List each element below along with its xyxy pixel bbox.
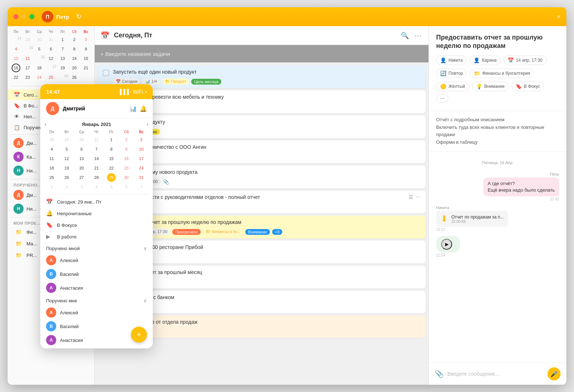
cal-day[interactable]: 14 (70, 54, 79, 63)
cal-day[interactable]: 22 (12, 73, 20, 82)
phone-cal-day[interactable]: 22 (107, 164, 116, 172)
phone-cal-day[interactable]: 17 (137, 154, 145, 163)
maximize-button[interactable] (29, 14, 34, 19)
phone-cal-day[interactable]: 27 (77, 173, 86, 182)
prev-month-button[interactable]: ‹ (45, 121, 46, 127)
phone-cal-day[interactable]: 14 (92, 154, 101, 163)
cal-day[interactable]: 6 (46, 45, 55, 53)
close-button[interactable] (13, 14, 19, 19)
cal-day[interactable]: 24 (35, 73, 44, 82)
cal-day[interactable]: 13 (58, 54, 67, 63)
phone-cal-day[interactable]: 4 (92, 183, 101, 191)
phone-cal-day[interactable]: 6 (122, 183, 131, 191)
phone-person-anastasia[interactable]: А Анастасия (40, 281, 153, 295)
phone-cal-day[interactable]: 12 (62, 154, 71, 163)
search-button[interactable]: 🔍 (399, 30, 410, 41)
cal-day[interactable]: 19 (58, 64, 67, 72)
cal-day[interactable]: 31 (46, 35, 55, 44)
task-input-bar[interactable] (95, 45, 429, 62)
phone-cal-day[interactable]: 3 (137, 135, 145, 144)
phone-cal-day[interactable]: 19 (62, 164, 71, 172)
detail-tag-more[interactable]: ⋯ (436, 94, 448, 103)
phone-cal-day-selected[interactable]: 29 (107, 173, 116, 182)
cal-day[interactable]: 5 (35, 45, 44, 53)
more-button[interactable]: ⋯ (413, 30, 423, 41)
phone-cal-day[interactable]: 4 (48, 145, 56, 154)
phone-cal-day[interactable]: 5 (62, 145, 71, 154)
detail-tag-repeat[interactable]: 🔄 Повтор (436, 69, 467, 78)
phone-cal-day[interactable]: 30 (77, 135, 86, 144)
phone-cal-day[interactable]: 1 (48, 183, 56, 191)
send-button[interactable]: 🎤 (548, 367, 561, 380)
phone-fab-button[interactable]: + (131, 327, 147, 343)
next-month-button[interactable]: › (147, 121, 148, 127)
phone-cal-day[interactable]: 7 (92, 145, 101, 154)
cal-day[interactable]: 9 (82, 45, 90, 53)
phone-cal-day[interactable]: 6 (77, 145, 86, 154)
phone-cal-day[interactable]: 24 (137, 164, 145, 172)
task-input[interactable] (101, 51, 423, 57)
cal-day[interactable]: 7 (58, 45, 67, 53)
phone-menu-item-focus[interactable]: 🔖 В Фокусе (40, 219, 153, 231)
phone-cal-day[interactable]: 31 (137, 173, 145, 182)
phone-cal-day[interactable]: 2 (62, 183, 71, 191)
cal-day[interactable]: 29 (23, 35, 32, 44)
phone-cal-day[interactable]: 16 (122, 154, 131, 163)
phone-cal-day[interactable]: 5 (107, 183, 116, 191)
phone-cal-day[interactable]: 28 (48, 135, 56, 144)
section-header[interactable]: Поручено мной ∨ (46, 244, 147, 253)
phone-cal-day[interactable]: 7 (137, 183, 145, 191)
phone-person-vasily[interactable]: В Василий (40, 267, 153, 281)
cal-day[interactable]: 10 (12, 54, 20, 63)
cal-day[interactable]: 3 (82, 35, 90, 44)
detail-tag-date[interactable]: 📅 14 апр, 17:30 (504, 56, 546, 65)
phone-cal-day[interactable]: 13 (77, 154, 86, 163)
section-header[interactable]: Поручено мне ∨ (46, 296, 147, 305)
cal-day[interactable]: 1 (58, 35, 67, 44)
phone-cal-day[interactable]: 21 (92, 164, 101, 172)
task-checkbox[interactable] (103, 70, 109, 76)
phone-cal-day[interactable]: 20 (77, 164, 86, 172)
chat-input[interactable] (447, 371, 544, 377)
cal-day[interactable]: 21 (82, 64, 90, 72)
cal-day[interactable]: 20 (70, 64, 79, 72)
phone-cal-day[interactable]: 30 (122, 173, 131, 182)
attach-button[interactable]: 📎 (435, 369, 444, 378)
phone-cal-day[interactable]: 25 (48, 173, 56, 182)
phone-cal-day[interactable]: 9 (122, 145, 131, 154)
phone-cal-day[interactable]: 23 (122, 164, 131, 172)
detail-tag-focus[interactable]: 🔖 В Фокус (512, 82, 544, 91)
phone-cal-day[interactable]: 31 (92, 135, 101, 144)
cal-day[interactable]: 26 (70, 73, 79, 82)
detail-tag-nikita[interactable]: 👤 Никита (436, 56, 467, 65)
phone-cal-day[interactable]: 28 (92, 173, 101, 182)
window-close-icon[interactable]: × (557, 13, 561, 21)
cal-day[interactable]: 18 (35, 64, 44, 72)
phone-cal-day[interactable]: 8 (107, 145, 116, 154)
audio-play-button[interactable]: ▶ (441, 239, 452, 250)
cal-day[interactable]: 15 (82, 54, 90, 63)
cal-day[interactable]: 30 (35, 35, 44, 44)
phone-cal-day[interactable]: 15 (107, 154, 116, 163)
phone-menu-item-unread[interactable]: 🔔 Непрочитанные (40, 208, 153, 219)
detail-tag-attention[interactable]: 💡 Внимание (472, 82, 509, 91)
phone-cal-day[interactable]: 2 (122, 135, 131, 144)
detail-tag-yellow[interactable]: 🟡 Жёлтый (436, 82, 469, 91)
sync-icon[interactable]: ↻ (76, 13, 82, 21)
cal-day[interactable]: 2 (70, 35, 79, 44)
phone-cal-day[interactable]: 29 (62, 135, 71, 144)
phone-cal-day[interactable]: 10 (137, 145, 145, 154)
cal-day[interactable]: 17 (23, 64, 32, 72)
phone-cal-day[interactable]: 26 (62, 173, 71, 182)
cal-day[interactable]: 11 (23, 54, 32, 63)
phone-person-aleksei2[interactable]: А Алексей (40, 306, 153, 319)
phone-cal-day[interactable]: 11 (48, 154, 56, 163)
phone-cal-day[interactable]: 18 (48, 164, 56, 172)
cal-day[interactable]: 23 (23, 73, 32, 82)
phone-person-aleksei[interactable]: А Алексей (40, 253, 153, 267)
cal-day[interactable]: 8 (70, 45, 79, 53)
phone-cal-day[interactable]: 3 (77, 183, 86, 191)
minimize-button[interactable] (21, 14, 26, 19)
more-icon[interactable]: ⋯ (415, 194, 421, 200)
phone-menu-item-inwork[interactable]: ▶ В работе (40, 231, 153, 242)
